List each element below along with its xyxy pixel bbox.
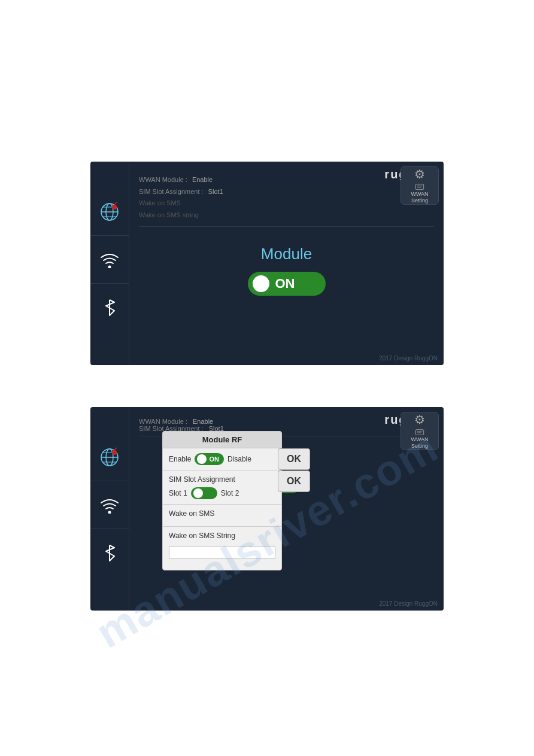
enable-label: Enable (169, 455, 191, 463)
enable-section: Enable ON Disable OK (163, 448, 281, 470)
wake-sms-row: Wake on SMS (139, 198, 223, 209)
screen-2: ruggn Communication Setting (90, 407, 444, 611)
icons-column-1 (90, 162, 129, 365)
wifi-icon (100, 251, 119, 268)
svg-rect-12 (415, 184, 423, 190)
gear-icon-1: ⚙ (414, 167, 425, 181)
page-wrapper: manualsriver.com ruggn (0, 162, 534, 756)
info-text-block: WWAN Module : Enable SIM Slot Assignment… (139, 175, 223, 220)
wake-sms-string-input[interactable] (169, 546, 275, 559)
wwan-module-row: WWAN Module : Enable (139, 175, 223, 186)
bluetooth-icon (102, 297, 117, 318)
ok-button-2[interactable]: OK (278, 470, 310, 492)
disable-label: Disable (227, 455, 251, 463)
rf-toggle-circle (197, 454, 207, 464)
wwan-icon-2 (414, 429, 426, 435)
wwan-setting-label-1: WWANSetting (411, 191, 428, 204)
wifi-icon-2 (100, 497, 119, 514)
wake-sms-title: Wake on SMS (169, 509, 275, 518)
globe-icon-2 (99, 447, 120, 468)
wwan-icon (414, 184, 426, 190)
svg-line-25 (114, 448, 117, 450)
svg-point-24 (112, 450, 117, 455)
slot2-label: Slot 2 (221, 489, 239, 497)
icons-column-2 (90, 407, 129, 611)
gear-icon-2: ⚙ (414, 412, 425, 427)
wwan-setting-label-2: WWANSetting (411, 436, 428, 450)
svg-point-11 (108, 265, 111, 268)
module-section-1: Module ON (139, 245, 434, 296)
module-on-toggle[interactable]: ON (248, 272, 326, 296)
wake-sms-string-title: Wake on SMS String (169, 532, 275, 540)
wifi-icon-row[interactable] (90, 236, 129, 284)
toggle-large-circle (253, 275, 269, 292)
wwan-setting-button-2[interactable]: ⚙ WWANSetting (400, 412, 439, 450)
svg-line-10 (114, 202, 117, 205)
module-rf-popup: Module RF Enable ON Disable OK (162, 431, 282, 570)
screen-1: ruggn Communication S (90, 162, 444, 365)
svg-point-26 (108, 511, 111, 514)
wake-sms-string-row: Wake on SMS string (139, 210, 223, 221)
sim-toggle-circle (193, 488, 203, 498)
module-rf-toggle[interactable]: ON (195, 453, 224, 465)
content-area-2: ⚙ WWANSetting WWAN Module : Enable SIM S… (129, 407, 444, 611)
enable-row: Enable ON Disable (169, 453, 275, 465)
wifi-icon-row-2[interactable] (90, 481, 129, 529)
wwan-icon-row-2[interactable] (90, 433, 129, 481)
sim-section: SIM Slot Assignment Slot 1 Slot 2 OK (163, 470, 281, 505)
footer-2: 2017 Design RuggON (379, 600, 438, 607)
globe-icon (99, 201, 120, 223)
module-title: Module (261, 245, 312, 263)
sim-row: Slot 1 Slot 2 (169, 487, 275, 499)
top-info-1: WWAN Module : Enable SIM Slot Assignment… (139, 168, 434, 227)
wwan-setting-button-1[interactable]: ⚙ WWANSetting (400, 166, 439, 205)
bluetooth-icon-2 (102, 543, 117, 563)
sim-slot-toggle[interactable] (191, 487, 217, 499)
slot1-label: Slot 1 (169, 489, 187, 497)
bluetooth-icon-row[interactable] (90, 284, 129, 332)
footer-1: 2017 Design RuggON (379, 355, 438, 362)
content-area-1: ⚙ WWANSetting WWAN Module : Enable (129, 162, 444, 365)
svg-point-9 (112, 205, 117, 210)
sim-slot-row: SIM Slot Assignment : Slot1 (139, 187, 223, 198)
wake-sms-section: Wake on SMS (163, 505, 281, 527)
screen-2-content: ⚙ WWANSetting WWAN Module : Enable SIM S… (90, 407, 444, 611)
sim-section-title: SIM Slot Assignment (169, 475, 275, 484)
svg-rect-27 (415, 430, 423, 435)
popup-title: Module RF (163, 432, 281, 448)
bluetooth-icon-row-2[interactable] (90, 529, 129, 577)
screen-1-content: ⚙ WWANSetting WWAN Module : Enable (90, 162, 444, 365)
ok-button-1[interactable]: OK (278, 448, 310, 470)
wwan-icon-row[interactable] (90, 188, 129, 236)
wake-sms-string-section: Wake on SMS String (163, 527, 281, 564)
